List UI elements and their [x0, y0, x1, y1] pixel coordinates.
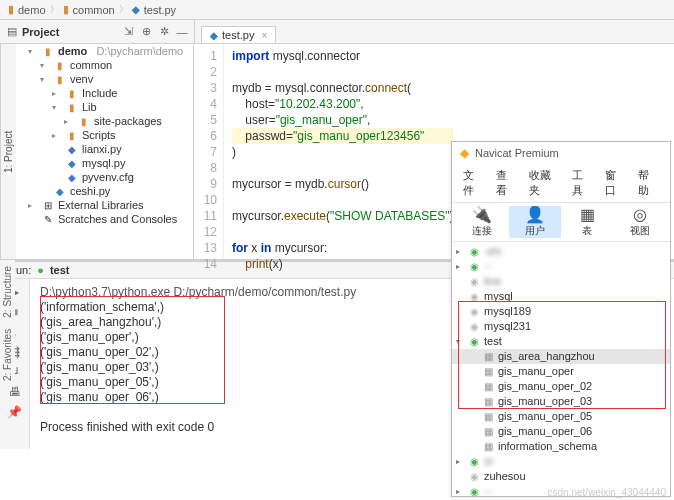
tree-arrow[interactable]: ▾: [40, 75, 50, 84]
project-toolbar: ▤ Project ⇲ ⊕ ✲ —: [0, 20, 195, 43]
tree-item[interactable]: ▾▮venv: [16, 72, 193, 86]
python-file-icon: ◆: [210, 30, 218, 41]
pin-icon[interactable]: 📌: [7, 405, 22, 419]
folder-icon: ▮: [8, 3, 14, 16]
tree-item[interactable]: ◆pyvenv.cfg: [16, 170, 193, 184]
navicat-tree[interactable]: ▸◉·shi▸◉···◉line◉mysql◉mysql189◉mysql231…: [452, 242, 670, 500]
nav-tree-item[interactable]: ▦gis_manu_oper: [452, 364, 670, 379]
tree-arrow[interactable]: ▸: [28, 201, 38, 210]
nav-tree-item[interactable]: ▸◉xi·: [452, 454, 670, 469]
crumb[interactable]: demo: [18, 4, 46, 16]
menu-item[interactable]: 窗口: [600, 166, 631, 200]
nav-tree-item[interactable]: ▸◉·shi: [452, 244, 670, 259]
tree-arrow[interactable]: ▸: [456, 259, 465, 274]
tree-item[interactable]: ▸▮site-packages: [16, 114, 193, 128]
tree-arrow[interactable]: ▸: [52, 131, 62, 140]
toolbar-用户[interactable]: 👤用户: [509, 206, 562, 238]
tree-item[interactable]: ▸▮Include: [16, 86, 193, 100]
nav-tree-item[interactable]: ◉mysql: [452, 289, 670, 304]
menu-item[interactable]: 查看: [491, 166, 522, 200]
navicat-toolbar[interactable]: 🔌连接👤用户▦表◎视图: [452, 203, 670, 242]
tree-root-path: D:\pycharm\demo: [96, 45, 183, 57]
close-icon[interactable]: ×: [261, 30, 267, 41]
tree-arrow[interactable]: ▸: [64, 117, 74, 126]
tree-arrow[interactable]: ▸: [456, 244, 465, 259]
toolbar-视图[interactable]: ◎视图: [614, 206, 667, 238]
tree-arrow[interactable]: ▸: [456, 454, 465, 469]
tree-item-label: Lib: [82, 101, 97, 113]
nav-tree-item[interactable]: ◉mysql189: [452, 304, 670, 319]
nav-tree-label: mysql: [484, 289, 513, 304]
gear-icon[interactable]: ✲: [156, 24, 172, 40]
tree-item[interactable]: ▾▮Lib: [16, 100, 193, 114]
hide-icon[interactable]: —: [174, 24, 190, 40]
project-view-icon[interactable]: ▤: [4, 24, 20, 40]
tab-favorites[interactable]: 2: Favorites: [2, 329, 13, 381]
target-icon[interactable]: ⊕: [138, 24, 154, 40]
file-tab[interactable]: ◆ test.py ×: [201, 26, 276, 43]
nav-tree-item[interactable]: ◉mysql231: [452, 319, 670, 334]
project-tree[interactable]: ▾ ▮ demo D:\pycharm\demo ▾▮common▾▮venv▸…: [16, 44, 194, 259]
tree-arrow[interactable]: ▾: [456, 334, 465, 349]
toolbar-icon: 🔌: [456, 206, 509, 224]
tree-arrow[interactable]: ▸: [52, 89, 62, 98]
nav-tree-item[interactable]: ▸◉···: [452, 259, 670, 274]
tree-item[interactable]: ◆mysql.py: [16, 156, 193, 170]
nav-tree-item[interactable]: ▦information_schema: [452, 439, 670, 454]
tree-item[interactable]: ◆ceshi.py: [16, 184, 193, 198]
tree-arrow[interactable]: ▸: [456, 484, 465, 499]
nav-tree-item[interactable]: ▦gis_area_hangzhou: [452, 349, 670, 364]
side-tabs-left[interactable]: 2: Favorites 2: Structure: [0, 260, 15, 387]
collapse-icon[interactable]: ⇲: [120, 24, 136, 40]
run-config-name[interactable]: test: [50, 264, 70, 276]
menu-item[interactable]: 文件: [458, 166, 489, 200]
tree-item[interactable]: ▾▮common: [16, 58, 193, 72]
folder-icon: ▮: [77, 116, 91, 127]
navicat-titlebar[interactable]: ◆ Navicat Premium: [452, 142, 670, 164]
nav-tree-label: gis_manu_oper_02: [498, 379, 592, 394]
folder-icon: ▮: [65, 88, 79, 99]
tree-item[interactable]: ▸⊞External Libraries: [16, 198, 193, 212]
toolbar-表[interactable]: ▦表: [561, 206, 614, 238]
crumb[interactable]: common: [73, 4, 115, 16]
nav-tree-item[interactable]: ◉line: [452, 274, 670, 289]
nav-tree-item[interactable]: ▾◉test: [452, 334, 670, 349]
toolbar-连接[interactable]: 🔌连接: [456, 206, 509, 238]
editor-code[interactable]: import mysql.connector mydb = mysql.conn…: [224, 44, 453, 259]
tree-item[interactable]: ✎Scratches and Consoles: [16, 212, 193, 226]
tree-item[interactable]: ◆lianxi.py: [16, 142, 193, 156]
tree-item-label: mysql.py: [82, 157, 125, 169]
nav-tree-item[interactable]: ◉zuhesou: [452, 469, 670, 484]
navicat-window[interactable]: ◆ Navicat Premium 文件查看收藏夹工具窗口帮助 🔌连接👤用户▦表…: [451, 141, 671, 497]
project-label[interactable]: Project: [22, 26, 59, 38]
tree-item[interactable]: ▸▮Scripts: [16, 128, 193, 142]
menu-item[interactable]: 工具: [567, 166, 598, 200]
nav-tree-item[interactable]: ▦gis_manu_oper_06: [452, 424, 670, 439]
lib-icon: ⊞: [41, 200, 55, 211]
py-icon: ◆: [53, 186, 67, 197]
db-icon: ▦: [482, 364, 495, 379]
menu-item[interactable]: 收藏夹: [524, 166, 565, 200]
nav-tree-item[interactable]: ▦gis_manu_oper_03: [452, 394, 670, 409]
tree-root[interactable]: ▾ ▮ demo D:\pycharm\demo: [16, 44, 193, 58]
chevron-down-icon[interactable]: ▾: [28, 47, 38, 56]
crumb[interactable]: test.py: [144, 4, 176, 16]
nav-tree-label: gis_area_hangzhou: [498, 349, 595, 364]
tab-structure[interactable]: 2: Structure: [2, 266, 13, 318]
print-icon[interactable]: 🖶: [9, 385, 21, 399]
navicat-menubar[interactable]: 文件查看收藏夹工具窗口帮助: [452, 164, 670, 203]
project-icon: ▮: [41, 46, 55, 57]
sidebar-tab-project[interactable]: 1: Project: [0, 44, 16, 259]
nav-tree-item[interactable]: ▦gis_manu_oper_05: [452, 409, 670, 424]
tree-arrow[interactable]: ▾: [52, 103, 62, 112]
nav-tree-item[interactable]: ▦gis_manu_oper_02: [452, 379, 670, 394]
tree-item-label: venv: [70, 73, 93, 85]
chevron-right-icon: 〉: [50, 3, 59, 16]
toolbar-icon: ▦: [561, 206, 614, 224]
db-icon: ▦: [482, 409, 495, 424]
tree-arrow[interactable]: ▾: [40, 61, 50, 70]
toolbar-icon: ◎: [614, 206, 667, 224]
py-icon: ◆: [65, 144, 79, 155]
tree-item-label: Scripts: [82, 129, 116, 141]
menu-item[interactable]: 帮助: [633, 166, 664, 200]
